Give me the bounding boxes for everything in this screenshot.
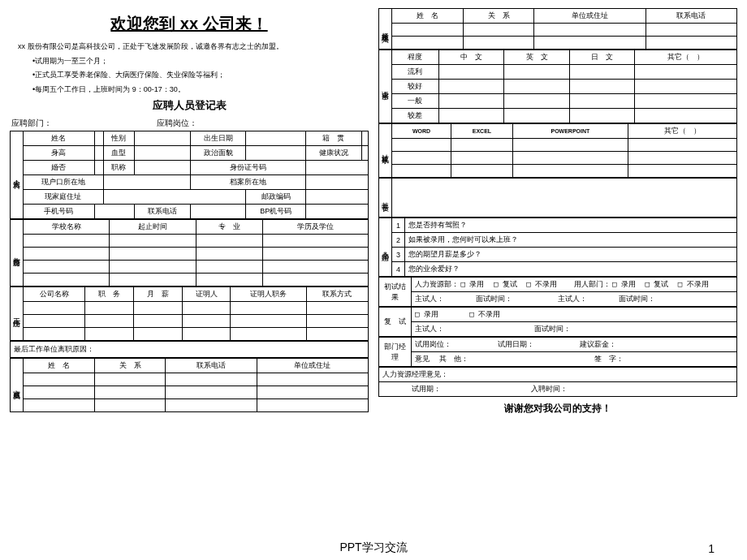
refcontact-label: 联系方式	[306, 287, 368, 302]
retest-label: 复 试	[379, 308, 412, 337]
title-label: 职称	[103, 161, 134, 175]
emergency-table: 紧急联络人 姓 名 关 系 单位或住址 联系电话	[378, 8, 737, 50]
word-label: WORD	[392, 124, 451, 139]
comp-label: 计算机水平	[379, 124, 392, 178]
duty-label: 职 务	[85, 287, 134, 302]
q2-text: 如果被录用，您何时可以来上班？	[405, 233, 737, 248]
lang-other-label: 其它（ ）	[635, 50, 737, 65]
thanks-text: 谢谢您对我公司的支持！	[378, 402, 737, 416]
gender-label: 性别	[103, 131, 134, 146]
lv1-label: 流利	[392, 65, 439, 80]
apply-post-label: 应聘岗位：	[157, 118, 197, 129]
phone-label: 联系电话	[135, 205, 191, 219]
q-label: 几个问题	[379, 218, 392, 277]
height-label: 身高	[24, 146, 95, 161]
retest-opts: □ 录用 □ 不录用	[412, 308, 737, 322]
company-label: 公司名称	[24, 287, 85, 302]
form-title: 应聘人员登记表	[10, 98, 369, 113]
birth-label: 出生日期	[190, 131, 246, 146]
try-info-line: 试用岗位： 试用日期： 建议薪金：	[412, 338, 737, 352]
fam-rel-label: 关 系	[94, 359, 166, 373]
q4-text: 您的业余爱好？	[405, 262, 737, 277]
excel-label: EXCEL	[451, 124, 512, 139]
family-table: 家庭成员 姓 名 关 系 联系电话 单位或住址	[10, 358, 369, 412]
zip-label: 邮政编码	[246, 190, 306, 205]
skill-label: 其它专长	[379, 179, 392, 218]
e-phone-label: 联系电话	[646, 9, 736, 24]
language-table: 语言水平 程度 中 文 英 文 日 文 其它（ ） 流利 较好 一般 较差	[378, 50, 737, 123]
bullet-2: •正式员工享受养老保险、大病医疗保险、失业保险等福利；	[32, 70, 369, 81]
lang-label: 语言水平	[379, 50, 392, 123]
q4-num: 4	[392, 262, 405, 277]
personal-label: 个人资料	[11, 131, 24, 219]
hr-mgr-op-label: 人力资源经理意见：	[379, 368, 737, 382]
comp-other-label: 其它（ ）	[628, 124, 736, 139]
leave-reason-table: 最后工作单位离职原因：	[10, 341, 369, 358]
hr-dept-line: 人力资源部： □ 录用 □ 复试 □ 不录用 用人部门： □ 录用 □ 复试 □…	[412, 278, 737, 292]
marriage-label: 婚否	[24, 161, 95, 175]
school-label: 学校名称	[24, 220, 110, 235]
lv2-label: 较好	[392, 80, 439, 94]
ppt-label: POWERPOINT	[512, 124, 628, 139]
bullet-3: •每周五个工作日，上班时间为 9：00-17：30。	[32, 84, 369, 96]
period-label: 起止时间	[110, 220, 196, 235]
bullet-1: •试用期为一至三个月；	[32, 56, 369, 67]
lv3-label: 一般	[392, 94, 439, 109]
fam-addr-label: 单位或住址	[257, 359, 368, 373]
retest-table: 复 试 □ 录用 □ 不录用 主试人： 面试时间：	[378, 307, 737, 337]
origin-label: 籍 贯	[306, 131, 362, 146]
politics-label: 政治面貌	[190, 146, 246, 161]
opinion-line: 意见 其 他： 签 字：	[412, 352, 737, 367]
examiner-line-1: 主试人： 面试时间： 主试人： 面试时间：	[412, 292, 737, 307]
name-label: 姓名	[24, 131, 95, 146]
hr-mgr-table: 人力资源经理意见： 试用期： 入聘时间：	[378, 367, 737, 397]
leave-reason-label: 最后工作单位离职原因：	[11, 342, 369, 358]
intro-line: xx 股份有限公司是高科技公司，正处于飞速发展阶段，诚邀各界有志之士的加盟。	[18, 41, 369, 53]
idno-label: 身份证号码	[190, 161, 305, 175]
en-label: 英 文	[504, 50, 569, 65]
footer-text: PPT学习交流	[0, 541, 747, 555]
education-table: 教育经历 学校名称 起止时间 专 业 学历及学位	[10, 219, 369, 286]
e-rel-label: 关 系	[463, 9, 534, 24]
hukou-label: 现户口所在地	[24, 175, 104, 190]
cn-label: 中 文	[438, 50, 503, 65]
salary-label: 月 薪	[134, 287, 183, 302]
main-title: 欢迎您到 xx 公司来！	[10, 13, 369, 35]
fam-phone-label: 联系电话	[166, 359, 257, 373]
dept-mgr-table: 部门经理 试用岗位： 试用日期： 建议薪金： 意见 其 他： 签 字：	[378, 337, 737, 367]
init-result-label: 初试结果	[379, 278, 412, 307]
edu-label: 教育经历	[11, 220, 24, 286]
e-addr-label: 单位或住址	[534, 9, 646, 24]
fam-name-label: 姓 名	[24, 359, 95, 373]
q1-num: 1	[392, 218, 405, 233]
mobile-label: 手机号码	[24, 205, 95, 219]
dept-mgr-label: 部门经理	[379, 338, 412, 367]
jp-label: 日 文	[569, 50, 634, 65]
health-label: 健康状况	[306, 146, 362, 161]
blood-label: 血型	[103, 146, 134, 161]
apply-dept-label: 应聘部门：	[11, 118, 52, 129]
final-line: 试用期： 入聘时间：	[379, 382, 737, 397]
archive-label: 档案所在地	[190, 175, 305, 190]
level-label: 程度	[392, 50, 439, 65]
computer-table: 计算机水平 WORD EXCEL POWERPOINT 其它（ ）	[378, 123, 737, 178]
q1-text: 您是否持有驾照？	[405, 218, 737, 233]
refjob-label: 证明人职务	[231, 287, 306, 302]
emerg-label: 紧急联络人	[379, 9, 392, 50]
addr-label: 现家庭住址	[24, 190, 104, 205]
e-name-label: 姓 名	[392, 9, 464, 24]
lv4-label: 较差	[392, 109, 439, 123]
skill-table: 其它专长	[378, 178, 737, 218]
questions-table: 几个问题 1 您是否持有驾照？ 2如果被录用，您何时可以来上班？ 3您的期望月薪…	[378, 218, 737, 277]
degree-label: 学历及学位	[263, 220, 369, 235]
examiner-line-2: 主试人： 面试时间：	[412, 322, 737, 337]
work-label: 工作经历	[11, 287, 24, 341]
page-number: 1	[708, 542, 715, 555]
major-label: 专 业	[196, 220, 263, 235]
family-label: 家庭成员	[11, 359, 24, 412]
work-table: 工作经历 公司名称 职 务 月 薪 证明人 证明人职务 联系方式	[10, 286, 369, 341]
q3-text: 您的期望月薪是多少？	[405, 248, 737, 262]
personal-info-table: 个人资料 姓名 性别 出生日期 籍 贯 身高 血型 政治面貌 健康状况 婚否 职…	[10, 131, 369, 219]
ref-label: 证明人	[182, 287, 231, 302]
q3-num: 3	[392, 248, 405, 262]
